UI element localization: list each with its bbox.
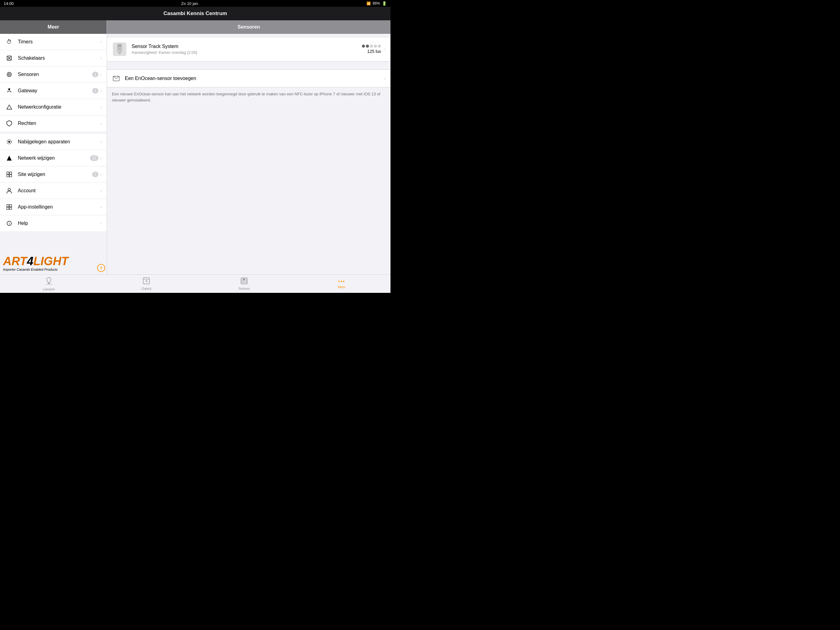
timers-label: Timers xyxy=(18,39,100,44)
account-icon xyxy=(5,187,14,195)
tab-galerij[interactable]: A Galerij xyxy=(98,275,196,293)
description-box: Een nieuwe EnOcean-sensor kan aan het ne… xyxy=(107,87,390,107)
sidebar-item-nabijgelegen[interactable]: Nabijgelegen apparaten › xyxy=(0,134,107,150)
sensor-dots xyxy=(362,44,381,47)
svg-rect-11 xyxy=(9,172,12,174)
svg-text:i: i xyxy=(9,222,9,225)
account-chevron: › xyxy=(100,188,102,193)
svg-rect-13 xyxy=(9,175,12,177)
gateway-label: Gateway xyxy=(18,88,92,93)
scenes-icon xyxy=(241,277,248,286)
galerij-tab-label: Galerij xyxy=(141,287,151,290)
rechten-icon xyxy=(5,119,14,128)
lampen-icon xyxy=(46,277,52,287)
tab-bar: Lampen A Galerij xyxy=(0,274,390,293)
timers-chevron: › xyxy=(100,40,102,44)
right-header: Sensoren xyxy=(107,20,390,34)
svg-marker-6 xyxy=(7,105,12,109)
svg-rect-10 xyxy=(7,172,9,174)
add-sensor-chevron: › xyxy=(384,76,385,81)
sidebar-item-gateway[interactable]: Gateway 1 › xyxy=(0,83,107,99)
sidebar-item-rechten[interactable]: Rechten › xyxy=(0,116,107,131)
app-title: Casambi Kennis Centrum xyxy=(164,11,227,17)
sensoren-badge: 1 xyxy=(92,72,99,77)
netwerk-wijzigen-badge: 32 xyxy=(90,155,98,161)
help-button[interactable]: ? xyxy=(97,264,105,272)
dot-1 xyxy=(362,44,365,47)
battery-level: 86% xyxy=(373,1,380,6)
sensor-status: Aanwezigheid: Kamer overdag [2:00] xyxy=(132,50,362,55)
tab-scenes[interactable]: Scènes xyxy=(195,275,293,293)
schakelaars-label: Schakelaars xyxy=(18,55,100,61)
app-instellingen-icon xyxy=(5,203,14,211)
help-label: Help xyxy=(18,220,100,226)
title-bar: Casambi Kennis Centrum xyxy=(0,7,390,20)
sidebar-section-2: Nabijgelegen apparaten › Netwerk wijzige… xyxy=(0,134,107,231)
sensor-info: Sensor Track System Aanwezigheid: Kamer … xyxy=(132,44,362,55)
sidebar-item-app-instellingen[interactable]: App-instellingen › xyxy=(0,199,107,215)
svg-rect-30 xyxy=(46,284,52,285)
dot-4 xyxy=(374,44,377,47)
svg-text:A: A xyxy=(145,279,148,283)
netwerkconfiguratie-label: Netwerkconfiguratie xyxy=(18,104,100,110)
site-wijzigen-label: Site wijzigen xyxy=(18,172,92,177)
account-label: Account xyxy=(18,188,100,193)
netwerk-wijzigen-chevron: › xyxy=(100,156,102,161)
site-wijzigen-chevron: › xyxy=(100,172,102,177)
sidebar-item-site-wijzigen[interactable]: Site wijzigen 1 › xyxy=(0,166,107,183)
sidebar-item-schakelaars[interactable]: Schakelaars › xyxy=(0,50,107,66)
sidebar-item-account[interactable]: Account › xyxy=(0,183,107,199)
svg-rect-18 xyxy=(9,207,12,209)
right-content: Sensoren Sensor Track Sys xyxy=(107,20,390,274)
tab-lampen[interactable]: Lampen xyxy=(0,275,98,293)
gateway-icon xyxy=(5,86,14,95)
help-icon: i xyxy=(5,219,14,228)
content-area: Meer ⏱ Timers › Schakel xyxy=(0,20,390,274)
status-right: 📶 86% 🔋 xyxy=(366,1,387,6)
site-wijzigen-badge: 1 xyxy=(92,172,99,177)
meer-icon: ••• xyxy=(338,279,345,284)
svg-point-7 xyxy=(8,141,10,143)
sensor-card[interactable]: Sensor Track System Aanwezigheid: Kamer … xyxy=(107,37,390,62)
sensoren-icon xyxy=(5,70,14,79)
wifi-icon: 📶 xyxy=(366,2,371,6)
timers-icon: ⏱ xyxy=(5,38,14,46)
scenes-tab-label: Scènes xyxy=(238,287,249,290)
sidebar: Meer ⏱ Timers › Schakel xyxy=(0,20,107,274)
svg-point-3 xyxy=(8,73,10,75)
sidebar-item-help[interactable]: i Help › xyxy=(0,215,107,231)
meer-tab-label: Meer xyxy=(338,285,346,289)
netwerkconfiguratie-chevron: › xyxy=(100,104,102,109)
schakelaars-chevron: › xyxy=(100,56,102,60)
svg-rect-25 xyxy=(119,52,120,54)
netwerk-wijzigen-label: Netwerk wijzigen xyxy=(18,155,90,161)
app-instellingen-chevron: › xyxy=(100,204,102,209)
status-time: 14:00 xyxy=(4,1,14,6)
description-text: Een nieuwe EnOcean-sensor kan aan het ne… xyxy=(112,92,381,103)
sidebar-item-sensoren[interactable]: Sensoren 1 › xyxy=(0,66,107,83)
section-spacer xyxy=(107,62,390,70)
svg-rect-23 xyxy=(118,48,121,49)
schakelaars-icon xyxy=(5,54,14,62)
svg-rect-16 xyxy=(9,204,12,207)
add-sensor-row[interactable]: Een EnOcean-sensor toevoegen › xyxy=(107,70,390,87)
rechten-chevron: › xyxy=(100,121,102,126)
dot-5 xyxy=(378,44,381,47)
help-chevron: › xyxy=(100,221,102,226)
tab-meer[interactable]: ••• Meer xyxy=(293,275,391,293)
svg-point-4 xyxy=(7,72,11,77)
netwerkconfiguratie-icon xyxy=(5,103,14,111)
svg-rect-24 xyxy=(118,49,121,50)
sidebar-item-netwerkconfiguratie[interactable]: Netwerkconfiguratie › xyxy=(0,99,107,116)
sidebar-section-1: ⏱ Timers › Schakelaars › xyxy=(0,34,107,131)
netwerk-wijzigen-icon xyxy=(5,154,14,162)
sidebar-header: Meer xyxy=(0,20,107,34)
sensor-image xyxy=(112,41,127,57)
status-day: Zo 10 jan. xyxy=(181,1,199,6)
svg-point-14 xyxy=(8,188,11,191)
sensor-lux: 125 lux xyxy=(367,49,381,54)
sidebar-item-netwerk-wijzigen[interactable]: Netwerk wijzigen 32 › xyxy=(0,150,107,166)
dot-3 xyxy=(370,44,373,47)
svg-marker-27 xyxy=(113,76,119,79)
sidebar-item-timers[interactable]: ⏱ Timers › xyxy=(0,34,107,50)
